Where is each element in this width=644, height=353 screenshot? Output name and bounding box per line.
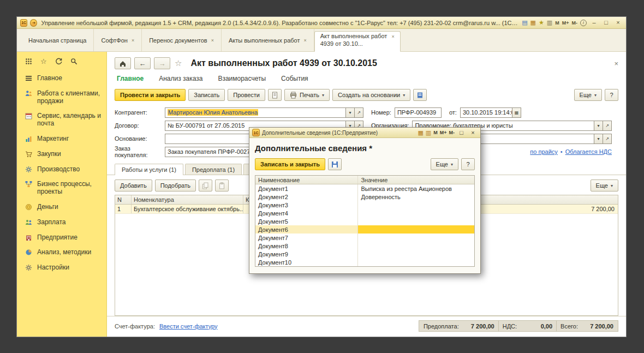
sidebar-item-analysis[interactable]: Анализ, методики	[17, 245, 106, 260]
more-button[interactable]: Еще▾	[574, 89, 602, 101]
cell-n[interactable]: 1	[115, 205, 132, 213]
counterparty-open-button[interactable]: ↗	[355, 107, 363, 118]
nav-circle-icon[interactable]: ➔	[30, 19, 37, 27]
basis-dropdown-button[interactable]: ▾	[594, 134, 603, 144]
dialog-table-row[interactable]: Документ9	[255, 250, 474, 258]
price-type-link[interactable]: по прайсу	[530, 148, 557, 155]
row-name-cell[interactable]: Документ3	[255, 201, 358, 209]
row-value-cell[interactable]	[358, 201, 474, 209]
copy-button[interactable]	[199, 180, 212, 192]
row-value-cell[interactable]	[358, 225, 474, 234]
maximize-button[interactable]: □	[601, 19, 611, 27]
nav-link-main[interactable]: Главное	[117, 75, 144, 82]
row-value-cell[interactable]	[358, 258, 474, 266]
save-button[interactable]	[328, 158, 342, 170]
dialog-m-plus-button[interactable]: M+	[440, 130, 447, 135]
calc-m-plus-button[interactable]: M+	[562, 20, 569, 26]
cell-total[interactable]: 7 200,00	[555, 205, 618, 213]
nav-link-order-analysis[interactable]: Анализ заказа	[159, 75, 202, 82]
dialog-calendar-icon[interactable]: ▦	[418, 129, 423, 136]
tab-prepayment[interactable]: Предоплата (1)	[185, 164, 242, 175]
row-name-cell[interactable]: Документ1	[255, 184, 358, 193]
tab-act-4939[interactable]: Акт выполненных работ 4939 от 30.10...×	[314, 31, 401, 52]
row-name-cell[interactable]: Документ5	[255, 217, 358, 225]
calc-m-button[interactable]: M	[555, 20, 559, 26]
post-button[interactable]: Провести	[228, 89, 265, 101]
dialog-table-row[interactable]: Документ8	[255, 242, 474, 250]
close-button[interactable]: ×	[613, 19, 623, 27]
basis-open-button[interactable]: ↗	[603, 134, 612, 144]
dialog-table-row[interactable]: Документ10	[255, 258, 474, 266]
date-calendar-button[interactable]: ▦	[512, 107, 521, 118]
tab-softfon[interactable]: СофтФон×	[94, 29, 142, 51]
counterparty-dropdown-button[interactable]: ▾	[346, 107, 355, 118]
paste-button[interactable]	[215, 180, 229, 192]
favorites-star-icon[interactable]: ☆	[40, 57, 47, 65]
dialog-help-button[interactable]: ?	[461, 158, 475, 170]
help-button[interactable]: ?	[605, 89, 618, 101]
dialog-table-row[interactable]: Документ2Доверенность	[255, 193, 474, 201]
dialog-maximize-button[interactable]: □	[457, 129, 466, 137]
row-value-cell[interactable]	[358, 209, 474, 217]
sidebar-item-processes[interactable]: Бизнес процессы, проекты	[17, 177, 106, 200]
enter-invoice-link[interactable]: Ввести счет-фактуру	[159, 323, 218, 330]
back-button[interactable]: ←	[134, 57, 151, 69]
counterparty-field[interactable]: Мартиросан Юлия Анатольевна	[165, 107, 346, 118]
dialog-table-row[interactable]: Документ1Выписка из реестра Акционеров	[255, 184, 474, 193]
search-icon[interactable]	[70, 58, 77, 65]
sidebar-item-marketing[interactable]: Маркетинг	[17, 131, 106, 147]
row-value-cell[interactable]	[358, 242, 474, 250]
sidebar-item-main[interactable]: Главное	[17, 71, 106, 86]
favorite-star-icon[interactable]: ☆	[175, 58, 182, 68]
col-value[interactable]: Значение	[358, 176, 474, 184]
home-button[interactable]	[115, 57, 131, 69]
save-and-close-button[interactable]: Записать и закрыть	[255, 158, 325, 170]
row-name-cell[interactable]: Документ10	[255, 258, 358, 266]
tab-close-icon[interactable]: ×	[132, 38, 134, 43]
document-close-icon[interactable]: ×	[614, 59, 618, 68]
organization-open-button[interactable]: ↗	[603, 121, 612, 131]
calendar-icon[interactable]: ▦	[530, 20, 536, 26]
write-button[interactable]: Записать	[188, 89, 225, 101]
row-value-cell[interactable]: Доверенность	[358, 193, 474, 201]
nav-link-events[interactable]: События	[281, 75, 308, 82]
sidebar-item-production[interactable]: Производство	[17, 162, 106, 177]
print-button[interactable]: Печать▾	[284, 89, 330, 101]
dialog-more-button[interactable]: Еще▾	[431, 158, 458, 170]
forward-button[interactable]: →	[154, 57, 170, 69]
favorites-icon[interactable]: ★	[539, 20, 544, 26]
row-name-cell[interactable]: Документ2	[255, 193, 358, 201]
sidebar-item-salary[interactable]: Зарплата	[17, 215, 106, 230]
calc-m-minus-button[interactable]: M-	[572, 20, 578, 26]
tab-close-icon[interactable]: ×	[303, 38, 306, 43]
sidebar-item-clients[interactable]: Работа с клиентами, продажи	[17, 86, 106, 109]
sidebar-item-purchases[interactable]: Закупки	[17, 147, 106, 162]
list-more-button[interactable]: Еще▾	[591, 180, 618, 192]
organization-dropdown-button[interactable]: ▾	[594, 121, 603, 131]
row-name-cell[interactable]: Документ8	[255, 242, 358, 250]
dialog-m-minus-button[interactable]: M-	[449, 130, 455, 135]
sections-grid-icon[interactable]	[25, 58, 32, 65]
tab-close-icon[interactable]: ×	[391, 34, 394, 40]
sidebar-item-enterprise[interactable]: Предприятие	[17, 230, 106, 246]
col-name[interactable]: Наименование	[255, 176, 358, 184]
file-button[interactable]	[268, 89, 282, 101]
cell-nomenclature[interactable]: Бухгалтерское обслуживание октябрь...	[132, 205, 243, 213]
date-field[interactable]: 30.10.2015 19:14:02	[460, 107, 512, 118]
tab-transfer-docs[interactable]: Перенос документов×	[142, 29, 222, 51]
sidebar-item-service-calendar[interactable]: Сервис, календарь и почта	[17, 109, 106, 131]
create-based-on-button[interactable]: Создать на основании▾	[332, 89, 410, 101]
row-value-cell[interactable]: Выписка из реестра Акционеров	[358, 184, 474, 193]
vat-link[interactable]: Облагается НДС	[565, 148, 612, 155]
dialog-clipboard-icon[interactable]: ▥	[426, 129, 431, 136]
col-nomenclature[interactable]: Номенклатура	[132, 195, 243, 204]
tab-home[interactable]: Начальная страница	[21, 29, 94, 51]
sidebar-item-settings[interactable]: Настройки	[17, 260, 106, 276]
dialog-table-row[interactable]: Документ4	[255, 209, 474, 217]
dialog-table-row[interactable]: Документ5	[255, 217, 474, 225]
dialog-table-row[interactable]: Документ3	[255, 201, 474, 209]
add-row-button[interactable]: Добавить	[115, 180, 152, 192]
dialog-table-row[interactable]: Документ7	[255, 234, 474, 242]
dialog-close-button[interactable]: ×	[468, 129, 478, 137]
calculator-icon[interactable]: ▤	[522, 20, 527, 26]
